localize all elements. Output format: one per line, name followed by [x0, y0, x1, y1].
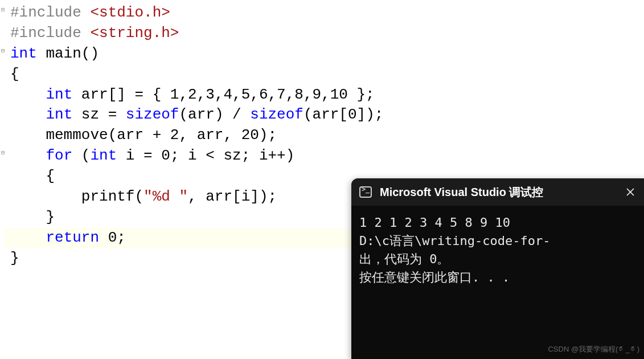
close-icon[interactable]	[621, 183, 639, 201]
code-token: for	[46, 147, 72, 164]
code-token	[10, 147, 46, 164]
code-token: <stdio.h>	[90, 4, 170, 21]
terminal-titlebar: Microsoft Visual Studio 调试控	[351, 178, 644, 206]
fold-marker-icon[interactable]: ⊟	[1, 48, 7, 54]
code-token	[10, 86, 46, 103]
code-token: printf(	[10, 188, 143, 205]
code-token: 0;	[99, 229, 126, 246]
code-token: }	[10, 209, 55, 226]
code-token: int	[46, 86, 72, 103]
code-line[interactable]: int sz = sizeof(arr) / sizeof(arr[0]);	[3, 105, 644, 125]
terminal-window: Microsoft Visual Studio 调试控 1 2 1 2 3 4 …	[351, 178, 644, 359]
code-token: int	[90, 147, 117, 164]
code-token: <string.h>	[90, 25, 179, 42]
code-token: {	[10, 168, 55, 185]
code-token: sizeof	[126, 106, 179, 123]
code-token: #include	[10, 4, 90, 21]
code-token: i = 0; i < sz; i++)	[117, 147, 294, 164]
code-line[interactable]: ⊟#include <stdio.h>	[3, 3, 644, 23]
code-token: , arr[i]);	[188, 188, 277, 205]
code-token: (	[72, 147, 90, 164]
code-token: memmove(arr + 2, arr, 20);	[10, 127, 277, 144]
code-token: (arr[0]);	[303, 106, 383, 123]
code-token: main()	[37, 45, 99, 62]
code-token: sizeof	[250, 106, 303, 123]
fold-marker-icon[interactable]: ⊟	[1, 150, 7, 156]
code-token: }	[10, 250, 19, 267]
code-token: arr[] = { 1,2,3,4,5,6,7,8,9,10 };	[72, 86, 375, 103]
terminal-title: Microsoft Visual Studio 调试控	[380, 185, 613, 200]
code-token	[10, 229, 46, 246]
code-token: {	[10, 66, 19, 83]
code-token: #include	[10, 25, 90, 42]
code-token: int	[10, 45, 37, 62]
code-token: return	[46, 229, 99, 246]
watermark: CSDN @我要学编程(ಥ_ಥ)	[548, 344, 639, 354]
code-line[interactable]: #include <string.h>	[3, 23, 644, 44]
terminal-output: 1 2 1 2 3 4 5 8 9 10 D:\c语言\writing-code…	[351, 206, 644, 295]
terminal-icon	[359, 186, 372, 198]
code-line[interactable]: ⊟int main()	[3, 44, 644, 64]
code-token: (arr) /	[179, 106, 250, 123]
code-token: sz =	[72, 106, 126, 123]
code-token	[10, 106, 46, 123]
code-line[interactable]: {	[3, 64, 644, 85]
fold-marker-icon[interactable]: ⊟	[1, 7, 7, 13]
code-token: int	[46, 106, 72, 123]
code-line[interactable]: memmove(arr + 2, arr, 20);	[3, 125, 644, 146]
code-token: "%d "	[143, 188, 188, 205]
code-line[interactable]: ⊟ for (int i = 0; i < sz; i++)	[3, 146, 644, 166]
code-line[interactable]: int arr[] = { 1,2,3,4,5,6,7,8,9,10 };	[3, 85, 644, 105]
